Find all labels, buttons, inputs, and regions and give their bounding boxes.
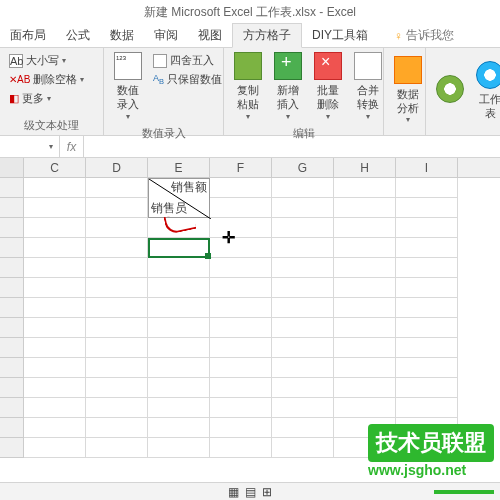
tab-view[interactable]: 视图 (188, 24, 232, 47)
title-bar: 新建 Microsoft Excel 工作表.xlsx - Excel (0, 0, 500, 24)
delspace-label: 删除空格 (33, 72, 77, 87)
chevron-down-icon[interactable]: ▾ (49, 142, 53, 151)
tab-data[interactable]: 数据 (100, 24, 144, 47)
circle-green-icon (436, 75, 464, 103)
zoom-slider[interactable] (434, 490, 494, 494)
group-worksheet-label (430, 131, 492, 135)
group-analysis: 数据分析▾ (384, 48, 426, 135)
case-icon: Ab (9, 54, 23, 68)
chevron-down-icon: ▾ (80, 75, 84, 84)
tab-fangfang[interactable]: 方方格子 (232, 23, 302, 48)
view-page-icon[interactable]: ▤ (245, 485, 256, 499)
chart-icon (394, 56, 422, 84)
circle-blue-icon (476, 61, 500, 89)
copy-label: 复制粘贴 (234, 83, 262, 112)
group-analysis-label (388, 131, 421, 135)
diag-top-right: 销售额 (171, 179, 207, 196)
col-F[interactable]: F (210, 158, 272, 177)
round-label: 四舍五入 (170, 53, 214, 68)
delspace-icon: ✕AB (9, 74, 30, 85)
copy-paste-button[interactable]: 复制粘贴▾ (228, 50, 268, 124)
num-input-button[interactable]: 数值录入▾ (108, 50, 148, 124)
tell-me[interactable]: ♀ 告诉我您 (384, 24, 464, 47)
group-numeric-label: 数值录入 (108, 124, 219, 143)
cursor-icon: ✛ (222, 228, 235, 247)
plus-icon (274, 52, 302, 80)
tab-layout[interactable]: 面布局 (0, 24, 56, 47)
watermark-url: www.jsgho.net (368, 462, 494, 478)
abc-icon: AB (153, 73, 164, 86)
view-break-icon[interactable]: ⊞ (262, 485, 272, 499)
col-E[interactable]: E (148, 158, 210, 177)
group-text-label: 级文本处理 (4, 116, 99, 135)
col-C[interactable]: C (24, 158, 86, 177)
column-headers: C D E F G H I (0, 158, 500, 178)
status-bar: ▦ ▤ ⊞ (0, 482, 500, 500)
chevron-down-icon: ▾ (406, 115, 410, 125)
col-D[interactable]: D (86, 158, 148, 177)
watermark-badge: 技术员联盟 (368, 424, 494, 462)
chevron-down-icon: ▾ (47, 94, 51, 103)
analysis-button[interactable]: 数据分析▾ (388, 50, 428, 131)
chevron-down-icon: ▾ (62, 56, 66, 65)
tell-me-label: 告诉我您 (406, 27, 454, 44)
analysis-label: 数据分析 (394, 87, 422, 116)
col-I[interactable]: I (396, 158, 458, 177)
insert-label: 新增插入 (274, 83, 302, 112)
col-H[interactable]: H (334, 158, 396, 177)
delspace-button[interactable]: ✕AB删除空格▾ (6, 71, 87, 88)
view-normal-icon[interactable]: ▦ (228, 485, 239, 499)
group-worksheet: 工作表 (426, 48, 496, 135)
group-text: Ab大小写▾ ✕AB删除空格▾ ◧更多▾ 级文本处理 (0, 48, 104, 135)
diagonal-header-cell[interactable]: 销售额 销售员 (148, 178, 210, 218)
chevron-down-icon: ▾ (366, 112, 370, 122)
round-button[interactable]: 四舍五入 (150, 52, 225, 69)
group-numeric: 数值录入▾ 四舍五入 AB只保留数值 数值录入 (104, 48, 224, 135)
clipboard-icon (234, 52, 262, 80)
grid-icon (153, 54, 167, 68)
circle1-button[interactable] (430, 50, 470, 131)
case-button[interactable]: Ab大小写▾ (6, 52, 87, 69)
delete-icon (314, 52, 342, 80)
watermark: 技术员联盟 www.jsgho.net (368, 424, 494, 478)
calculator-icon (114, 52, 142, 80)
insert-button[interactable]: 新增插入▾ (268, 50, 308, 124)
chevron-down-icon: ▾ (246, 112, 250, 122)
group-edit: 复制粘贴▾ 新增插入▾ 批量删除▾ 合并转换▾ 编辑 (224, 48, 384, 135)
tab-diy[interactable]: DIY工具箱 (302, 24, 378, 47)
merge-icon (354, 52, 382, 80)
batch-delete-button[interactable]: 批量删除▾ (308, 50, 348, 124)
delete-label: 批量删除 (314, 83, 342, 112)
col-G[interactable]: G (272, 158, 334, 177)
more-icon: ◧ (9, 92, 19, 105)
case-label: 大小写 (26, 53, 59, 68)
bulb-icon: ♀ (394, 29, 403, 43)
more-button[interactable]: ◧更多▾ (6, 90, 87, 107)
merge-label: 合并转换 (354, 83, 382, 112)
select-all-corner[interactable] (0, 158, 24, 177)
tab-formulas[interactable]: 公式 (56, 24, 100, 47)
keepnum-button[interactable]: AB只保留数值 (150, 71, 225, 88)
name-box[interactable]: ▾ (0, 136, 60, 157)
chevron-down-icon: ▾ (326, 112, 330, 122)
ribbon: Ab大小写▾ ✕AB删除空格▾ ◧更多▾ 级文本处理 数值录入▾ 四舍五入 AB… (0, 48, 500, 136)
selected-cell[interactable] (148, 238, 210, 258)
worksheet-label: 工作表 (476, 92, 500, 121)
fx-label[interactable]: fx (60, 136, 84, 157)
more-label: 更多 (22, 91, 44, 106)
worksheet-button[interactable]: 工作表 (470, 50, 500, 131)
merge-button[interactable]: 合并转换▾ (348, 50, 388, 124)
num-input-label: 数值录入 (114, 83, 142, 112)
tab-review[interactable]: 审阅 (144, 24, 188, 47)
chevron-down-icon: ▾ (126, 112, 130, 122)
group-edit-label: 编辑 (228, 124, 379, 143)
ribbon-tabs: 面布局 公式 数据 审阅 视图 方方格子 DIY工具箱 ♀ 告诉我您 (0, 24, 500, 48)
keepnum-label: 只保留数值 (167, 72, 222, 87)
chevron-down-icon: ▾ (286, 112, 290, 122)
